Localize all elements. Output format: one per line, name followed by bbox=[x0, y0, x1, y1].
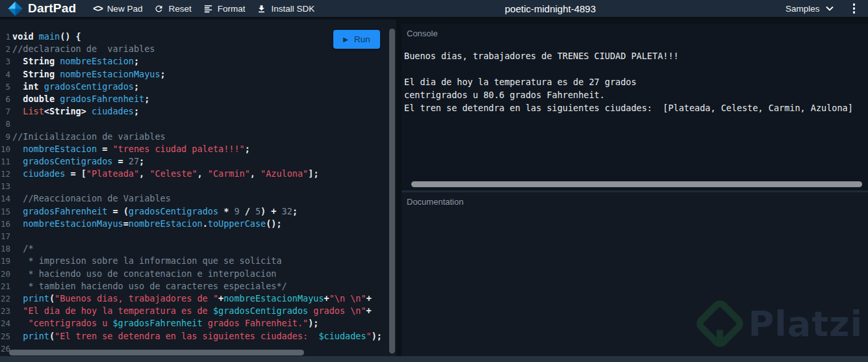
code-text: "El dia de hoy la temperatura es de $gra… bbox=[12, 305, 372, 317]
line-number: 6 bbox=[0, 93, 10, 105]
code-line: 19 * impresion sobre la informacion que … bbox=[0, 255, 396, 267]
code-text: * haciendo uso de concatenacion e interp… bbox=[12, 268, 276, 280]
topbar-nav: <>New PadResetFormatInstall SDK bbox=[93, 0, 326, 18]
console-line: Buenos dias, trabajadores de TRENES CIUD… bbox=[404, 49, 868, 62]
download-icon bbox=[257, 4, 266, 14]
code-text: gradosCentigrados = 27; bbox=[12, 155, 144, 168]
console-panel: Console Buenos dias, trabajadores de TRE… bbox=[402, 24, 868, 190]
nav-item-label: Format bbox=[218, 4, 246, 14]
line-number: 22 bbox=[0, 292, 10, 305]
line-number: 4 bbox=[0, 68, 10, 81]
console-output: Buenos dias, trabajadores de TRENES CIUD… bbox=[402, 49, 868, 114]
code-text: gradosFahrenheit = (gradosCentigrados * … bbox=[12, 205, 298, 218]
code-editor[interactable]: 1void main() {2//declaracion de variable… bbox=[0, 19, 396, 362]
line-number: 19 bbox=[0, 255, 10, 267]
line-number: 9 bbox=[0, 131, 10, 143]
nav-format-button[interactable]: Format bbox=[203, 0, 246, 18]
code-text: int gradosCentigrados; bbox=[12, 81, 139, 93]
brand-label: DartPad bbox=[28, 1, 76, 16]
code-text: String nombreEstacion; bbox=[12, 55, 139, 68]
code-text: /* bbox=[12, 242, 34, 255]
code-text: double gradosFahrenheit; bbox=[12, 93, 149, 105]
code-text: //Reaccionacion de Variables bbox=[12, 192, 171, 205]
nav-new-pad-button[interactable]: <>New Pad bbox=[93, 0, 142, 18]
nav-item-label: Reset bbox=[168, 4, 191, 14]
console-horizontal-scrollbar[interactable] bbox=[411, 181, 862, 187]
code-line: 4 String nombreEstacionMayus; bbox=[0, 68, 396, 81]
line-number: 10 bbox=[0, 143, 10, 155]
code-line: 17 bbox=[0, 230, 396, 242]
code-text: "centrigrados u $gradosFahrenheit grados… bbox=[12, 317, 318, 330]
dartpad-brand[interactable]: DartPad bbox=[8, 1, 76, 16]
code-line: 3 String nombreEstacion; bbox=[0, 55, 396, 68]
code-text: ciudades = ["Plateada", "Celeste", "Carm… bbox=[12, 168, 319, 180]
kebab-dot bbox=[853, 3, 856, 6]
code-line: 15 gradosFahrenheit = (gradosCentigrados… bbox=[0, 205, 396, 218]
bottom-strip bbox=[0, 356, 868, 362]
editor-horizontal-scrollbar[interactable] bbox=[9, 350, 304, 356]
refresh-icon bbox=[154, 4, 164, 14]
console-header: Console bbox=[402, 24, 868, 38]
line-number: 16 bbox=[0, 218, 10, 230]
line-number: 2 bbox=[0, 43, 10, 55]
line-number: 17 bbox=[0, 230, 10, 242]
line-number: 18 bbox=[0, 242, 10, 255]
top-bar: DartPad <>New PadResetFormatInstall SDK … bbox=[0, 0, 868, 18]
line-number: 14 bbox=[0, 192, 10, 205]
code-line: 25 print("El tren se detendra en las sig… bbox=[0, 330, 396, 343]
line-number: 12 bbox=[0, 168, 10, 180]
code-line: 9//Inicializacion de variables bbox=[0, 131, 396, 143]
samples-dropdown[interactable]: Samples bbox=[785, 4, 834, 14]
console-line bbox=[404, 62, 868, 75]
nav-reset-button[interactable]: Reset bbox=[154, 0, 191, 18]
line-number: 23 bbox=[0, 305, 10, 317]
line-number: 15 bbox=[0, 205, 10, 218]
code-line: 16 nombreEstacionMayus=nombreEstacion.to… bbox=[0, 218, 396, 230]
code-line: 5 int gradosCentigrados; bbox=[0, 81, 396, 93]
code-line: 13 bbox=[0, 180, 396, 192]
line-number: 25 bbox=[0, 330, 10, 343]
nav-item-label: New Pad bbox=[107, 4, 143, 14]
code-text: //declaracion de variables bbox=[12, 43, 155, 55]
code-line: 6 double gradosFahrenheit; bbox=[0, 93, 396, 105]
platzi-logo-icon bbox=[694, 298, 746, 350]
overflow-menu-button[interactable] bbox=[850, 2, 858, 15]
nav-install-sdk-button[interactable]: Install SDK bbox=[257, 0, 314, 18]
line-number: 24 bbox=[0, 317, 10, 330]
code-line: 18 /* bbox=[0, 242, 396, 255]
console-line: centrigrados u 80.6 grados Fahrenheit. bbox=[404, 88, 868, 101]
code-line: 20 * haciendo uso de concatenacion e int… bbox=[0, 268, 396, 280]
line-number: 3 bbox=[0, 55, 10, 68]
play-icon: ▶ bbox=[343, 36, 348, 43]
code-text: List<String> ciudades; bbox=[12, 105, 139, 118]
documentation-header: Documentation bbox=[402, 192, 868, 207]
code-line: 7 List<String> ciudades; bbox=[0, 105, 396, 118]
code-line: 24 "centrigrados u $gradosFahrenheit gra… bbox=[0, 317, 396, 330]
line-number: 20 bbox=[0, 268, 10, 280]
right-column: Console Buenos dias, trabajadores de TRE… bbox=[396, 19, 868, 362]
console-line: El tren se detendra en las siguientes ci… bbox=[404, 101, 868, 114]
line-number: 13 bbox=[0, 180, 10, 192]
watermark-label: Platzi bbox=[748, 304, 863, 344]
code-text: //Inicializacion de variables bbox=[12, 131, 166, 143]
code-line: 21 * tambien haciendo uso de caracteres … bbox=[0, 280, 396, 292]
line-number: 7 bbox=[0, 105, 10, 118]
code-text: nombreEstacion = "trenes ciudad paleta!!… bbox=[12, 143, 250, 155]
code-text: nombreEstacionMayus=nombreEstacion.toUpp… bbox=[12, 218, 282, 230]
editor-vertical-scrollbar[interactable] bbox=[389, 29, 395, 354]
code-line: 11 gradosCentigrados = 27; bbox=[0, 155, 396, 168]
run-label: Run bbox=[354, 34, 370, 44]
kebab-dot bbox=[853, 11, 856, 14]
code-line: 10 nombreEstacion = "trenes ciudad palet… bbox=[0, 143, 396, 155]
code-line: 14 //Reaccionacion de Variables bbox=[0, 192, 396, 205]
chevron-down-icon bbox=[826, 6, 834, 11]
dartpad-logo-icon bbox=[8, 1, 23, 16]
code-text: print("El tren se detendra en las siguie… bbox=[12, 330, 382, 343]
editor-panel: 1void main() {2//declaracion de variable… bbox=[0, 19, 396, 362]
line-number: 21 bbox=[0, 280, 10, 292]
format-align-icon bbox=[203, 4, 213, 14]
run-button[interactable]: ▶ Run bbox=[333, 30, 380, 49]
documentation-panel: Documentation Platzi bbox=[402, 192, 868, 356]
code-line: 22 print("Buenos dias, trabajadores de "… bbox=[0, 292, 396, 305]
code-text: String nombreEstacionMayus; bbox=[12, 68, 166, 81]
